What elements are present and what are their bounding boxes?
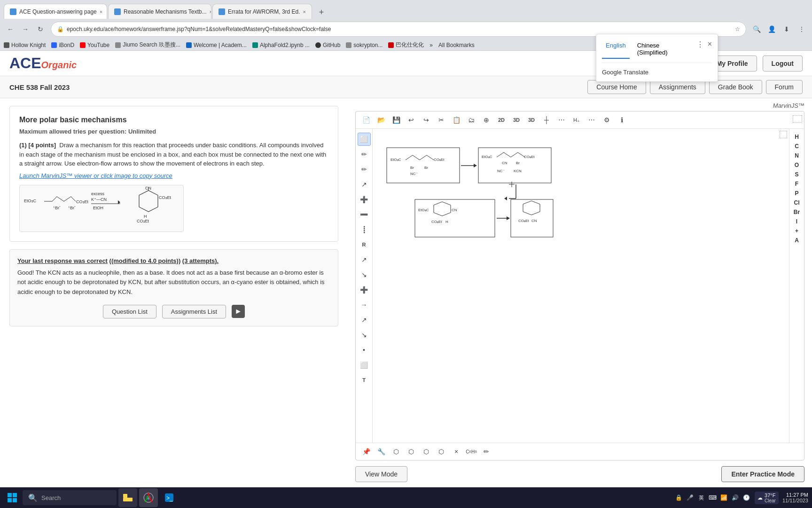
marvin-tool-minus[interactable]: ➖ xyxy=(358,208,371,221)
bookmark-youtube[interactable]: YouTube xyxy=(80,42,109,48)
marvin-tool-diagonal2[interactable]: ↘ xyxy=(358,328,371,341)
element-c[interactable]: C xyxy=(793,142,801,151)
volume-icon[interactable]: 🔊 xyxy=(730,493,740,502)
marvin-tool-curved[interactable]: ↘ xyxy=(358,268,371,281)
translate-close-button[interactable]: × xyxy=(708,40,712,59)
apps-icon[interactable]: ⋮ xyxy=(795,23,808,36)
language-icon[interactable]: 英 xyxy=(696,493,706,502)
start-button[interactable] xyxy=(4,489,21,506)
marvin-tool-formula[interactable]: CnHn xyxy=(465,445,478,458)
marvin-tool-diagonal[interactable]: ↗ xyxy=(358,313,371,326)
marvin-tool-pin[interactable]: 📌 xyxy=(359,445,373,458)
marvin-tool-select[interactable]: ⊕ xyxy=(480,113,493,127)
translate-tab-chinese[interactable]: Chinese (Simplified) xyxy=(633,40,689,59)
marvin-tool-wrench[interactable]: 🔧 xyxy=(375,445,388,458)
element-f[interactable]: F xyxy=(793,180,800,188)
marvin-tool-cut[interactable]: ✂ xyxy=(435,113,448,127)
translate-tab-english[interactable]: English xyxy=(602,40,630,59)
marvinjs-launch-link[interactable]: Launch MarvinJS™ viewer or click image t… xyxy=(19,172,328,179)
marvin-tool-save[interactable]: 💾 xyxy=(390,113,403,127)
element-cl[interactable]: Cl xyxy=(792,198,802,207)
bookmark-ibond[interactable]: iBonD xyxy=(51,42,74,48)
marvin-tool-paste[interactable]: 🗂 xyxy=(465,113,478,127)
marvin-tool-open[interactable]: 📂 xyxy=(375,113,388,127)
marvin-tool-hex3[interactable]: ⬡ xyxy=(420,445,433,458)
logout-button[interactable]: Logout xyxy=(763,56,803,71)
marvin-tool-stereo[interactable]: ┋ xyxy=(358,223,371,236)
security-icon[interactable]: 🔒 xyxy=(674,493,683,502)
marvin-tool-redo[interactable]: ↪ xyxy=(420,113,433,127)
marvin-tool-info[interactable]: ℹ xyxy=(615,113,628,127)
view-mode-button[interactable]: View Mode xyxy=(355,466,407,482)
notification-icon[interactable]: 🕐 xyxy=(742,493,751,502)
tab-close-reasonable[interactable]: × xyxy=(210,9,211,15)
tab-reasonable[interactable]: Reasonable Mechanisms Textb... × xyxy=(108,4,211,19)
reaction-image[interactable]: EtO₂C CO₂Et ᵗBrʼ ᵗBrʼ excess xyxy=(19,185,184,232)
element-h[interactable]: H xyxy=(793,133,801,141)
marvin-tool-new[interactable]: 📄 xyxy=(359,113,373,127)
marvin-tool-chain[interactable]: ⋯ xyxy=(555,113,568,127)
translate-menu-icon[interactable]: ⋮ xyxy=(696,40,704,59)
marvin-tool-x[interactable]: × xyxy=(450,445,463,458)
marvin-tool-hex1[interactable]: ⬡ xyxy=(390,445,403,458)
marvin-tool-2d[interactable]: 2D xyxy=(495,113,508,127)
marvin-tool-pencil[interactable]: ✏ xyxy=(480,445,493,458)
element-n[interactable]: N xyxy=(793,151,801,160)
forward-button[interactable]: → xyxy=(19,23,32,36)
element-br[interactable]: Br xyxy=(792,208,802,216)
new-tab-button[interactable]: + xyxy=(315,6,328,19)
keyboard-icon[interactable]: ⌨ xyxy=(708,493,717,502)
tab-close-ace[interactable]: × xyxy=(100,9,102,15)
marvin-tool-3d-b[interactable]: 3D xyxy=(525,113,538,127)
marvin-tool-arrow2[interactable]: ↗ xyxy=(358,253,371,266)
marvin-tool-straight-arrow[interactable]: → xyxy=(358,298,371,311)
course-home-button[interactable]: Course Home xyxy=(587,80,646,94)
marvin-tool-r[interactable]: R xyxy=(358,238,371,251)
forum-button[interactable]: Forum xyxy=(766,80,803,94)
assignments-list-button[interactable]: Assignments List xyxy=(162,305,226,318)
marvin-tool-copy[interactable]: 📋 xyxy=(450,113,463,127)
element-o[interactable]: O xyxy=(793,161,801,169)
taskbar-app-vscode[interactable]: >_ xyxy=(160,488,179,507)
grade-book-button[interactable]: Grade Book xyxy=(709,80,762,94)
marvin-tool-hex4[interactable]: ⬡ xyxy=(435,445,448,458)
profile-icon[interactable]: 👤 xyxy=(765,23,778,36)
marvin-tool-3d[interactable]: 3D xyxy=(510,113,523,127)
marvin-tool-point[interactable]: • xyxy=(358,343,371,357)
marvin-tool-draw[interactable]: ✏ xyxy=(358,148,371,161)
download-icon[interactable]: ⬇ xyxy=(780,23,793,36)
microphone-icon[interactable]: 🎤 xyxy=(685,493,695,502)
bookmark-hollow-knight[interactable]: Hollow Knight xyxy=(4,42,46,48)
bookmark-github[interactable]: GitHub xyxy=(315,42,340,48)
bookmark-jiumo[interactable]: Jiumo Search 玖墨搜... xyxy=(115,41,180,49)
marvin-tool-plus[interactable]: ➕ xyxy=(358,193,371,206)
network-icon[interactable]: 📶 xyxy=(719,493,728,502)
marvin-tool-dots[interactable]: ⋯ xyxy=(585,113,598,127)
bookmark-more[interactable]: » xyxy=(429,42,433,48)
extensions-icon[interactable]: 🔍 xyxy=(750,23,763,36)
bookmark-all[interactable]: All Bookmarks xyxy=(438,42,475,48)
marvin-tool-undo[interactable]: ↩ xyxy=(405,113,418,127)
marvin-tool-h[interactable]: H₊ xyxy=(570,113,583,127)
next-question-button[interactable]: ► xyxy=(232,305,245,318)
taskbar-app-explorer[interactable] xyxy=(118,488,137,507)
marvin-tool-pointer[interactable]: ⬜ xyxy=(358,133,371,146)
back-button[interactable]: ← xyxy=(4,23,17,36)
assignments-button[interactable]: Assignments xyxy=(650,80,705,94)
taskbar-app-chrome[interactable] xyxy=(139,488,158,507)
marvin-canvas[interactable]: EtO₂C CO₂Et Br Br NC⁻ xyxy=(373,129,789,443)
weather-badge[interactable]: ☁ 37°F Clear xyxy=(755,492,779,504)
question-list-button[interactable]: Question List xyxy=(103,305,156,318)
marvin-tool-text[interactable]: T xyxy=(358,373,371,387)
marvin-tool-settings[interactable]: ⚙ xyxy=(600,113,613,127)
bookmark-welcome[interactable]: Welcome | Academ... xyxy=(186,42,247,48)
tab-errata[interactable]: Errata for AWRORM, 3rd Ed. × xyxy=(212,4,312,19)
refresh-button[interactable]: ↻ xyxy=(34,23,47,36)
marvin-tool-plus2[interactable]: ➕ xyxy=(358,283,371,296)
element-a[interactable]: A xyxy=(793,236,801,245)
element-s[interactable]: S xyxy=(793,170,800,179)
bookmark-sokrypton[interactable]: sokrypton... xyxy=(346,42,383,48)
marvin-tool-hex2[interactable]: ⬡ xyxy=(405,445,418,458)
tab-ace-question[interactable]: ACE Question-answering page × xyxy=(4,4,107,19)
marvin-tool-rect[interactable]: ⬜ xyxy=(358,358,371,372)
